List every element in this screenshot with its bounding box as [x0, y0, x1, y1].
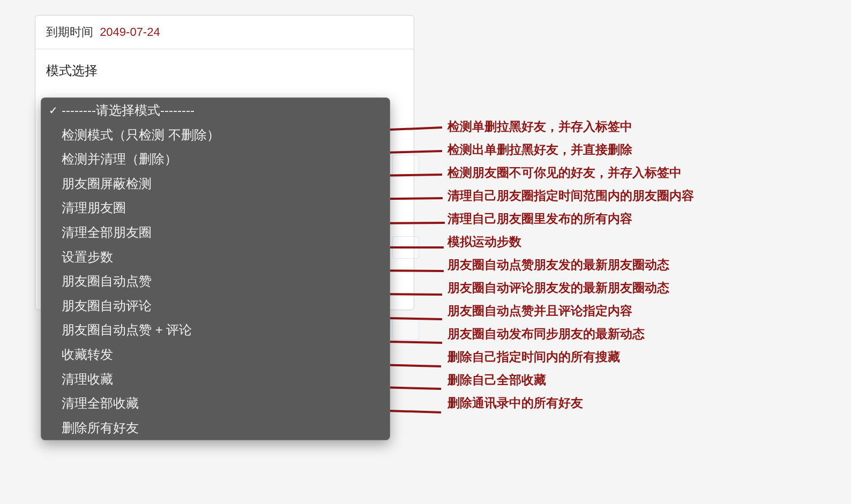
expiry-date: 2049-07-24 [100, 25, 160, 39]
dropdown-item-label: 清理朋友圈 [62, 199, 382, 217]
dropdown-item-label: 朋友圈自动点赞 [62, 272, 382, 290]
annotation-text: 朋友圈自动点赞朋友发的最新朋友圈动态 [447, 259, 694, 271]
dropdown-item-label: 朋友圈自动评论 [62, 297, 382, 315]
mode-dropdown-popup[interactable]: ✓ --------请选择模式-------- 检测模式（只检测 不删除） 检测… [41, 97, 390, 440]
annotation-text: 清理自己朋友圈里发布的所有内容 [447, 213, 694, 225]
dropdown-item-moments-block[interactable]: 朋友圈屏蔽检测 [41, 171, 390, 196]
annotation-text: 清理自己朋友圈指定时间范围内的朋友圈内容 [447, 190, 694, 202]
dropdown-placeholder-text: --------请选择模式-------- [62, 101, 382, 119]
dropdown-item-set-steps[interactable]: 设置步数 [41, 245, 390, 269]
expiry-row: 到期时间 2049-07-24 [35, 16, 414, 49]
dropdown-item-favorite-forward[interactable]: 收藏转发 [41, 342, 390, 367]
annotation-text: 朋友圈自动点赞并且评论指定内容 [447, 305, 694, 317]
dropdown-item-clean-all-favorites[interactable]: 清理全部收藏 [41, 391, 390, 416]
annotation-text: 检测单删拉黑好友，并存入标签中 [447, 121, 694, 133]
dropdown-item-label: 删除所有好友 [62, 419, 382, 437]
dropdown-item-label: 朋友圈屏蔽检测 [62, 175, 382, 193]
annotation-text: 检测朋友圈不可你见的好友，并存入标签中 [447, 167, 694, 179]
dropdown-item-label: 清理收藏 [62, 370, 382, 388]
dropdown-item-clean-favorites[interactable]: 清理收藏 [41, 367, 390, 392]
dropdown-item-label: 检测并清理（删除） [62, 150, 382, 168]
annotation-text: 检测出单删拉黑好友，并直接删除 [447, 144, 694, 156]
annotation-text: 朋友圈自动评论朋友发的最新朋友圈动态 [447, 282, 694, 294]
annotation-text: 删除自己全部收藏 [447, 374, 694, 386]
expiry-label: 到期时间 [46, 25, 93, 39]
dropdown-item-label: 检测模式（只检测 不删除） [62, 126, 382, 144]
annotation-column: 检测单删拉黑好友，并存入标签中 检测出单删拉黑好友，并直接删除 检测朋友圈不可你… [447, 121, 694, 420]
dropdown-item-label: 朋友圈自动点赞 + 评论 [62, 321, 382, 339]
annotation-text: 模拟运动步数 [447, 236, 694, 248]
dropdown-item-label: 清理全部收藏 [62, 394, 382, 412]
checkmark-icon: ✓ [49, 103, 62, 118]
dropdown-item-clean-all-moments[interactable]: 清理全部朋友圈 [41, 220, 390, 245]
dropdown-item-detect-clean[interactable]: 检测并清理（删除） [41, 147, 390, 171]
mode-select-label: 模式选择 [46, 62, 403, 79]
background-inputs [392, 155, 419, 358]
annotation-text: 朋友圈自动发布同步朋友的最新动态 [447, 328, 694, 340]
dropdown-item-label: 收藏转发 [62, 345, 382, 364]
dropdown-item-auto-comment[interactable]: 朋友圈自动评论 [41, 294, 390, 318]
dropdown-item-label: 清理全部朋友圈 [62, 223, 382, 242]
annotation-text: 删除自己指定时间内的所有搜藏 [447, 351, 694, 363]
annotation-text: 删除通讯录中的所有好友 [447, 397, 694, 409]
dropdown-item-placeholder[interactable]: ✓ --------请选择模式-------- [41, 98, 390, 123]
dropdown-item-delete-all-friends[interactable]: 删除所有好友 [41, 416, 390, 440]
dropdown-item-label: 设置步数 [62, 248, 382, 266]
dropdown-item-auto-like[interactable]: 朋友圈自动点赞 [41, 269, 390, 294]
dropdown-item-auto-like-comment[interactable]: 朋友圈自动点赞 + 评论 [41, 318, 390, 342]
dropdown-item-detect-only[interactable]: 检测模式（只检测 不删除） [41, 123, 390, 147]
dropdown-item-clean-moments[interactable]: 清理朋友圈 [41, 195, 390, 220]
